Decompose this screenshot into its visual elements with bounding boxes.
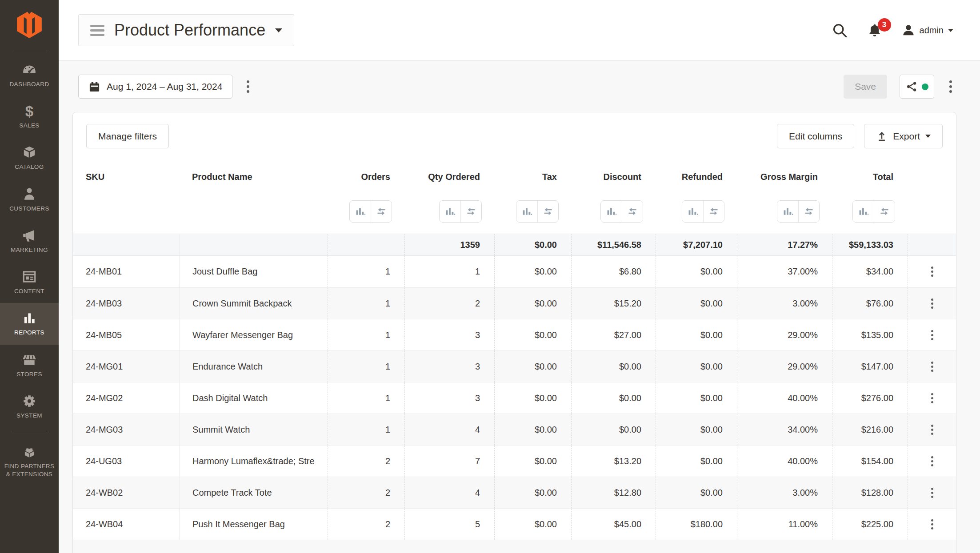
cell-gross-margin: 3.00% <box>737 288 832 319</box>
sidebar-item-sales[interactable]: $ SALES <box>0 96 59 137</box>
date-range-button[interactable]: Aug 1, 2024 – Aug 31, 2024 <box>78 75 232 99</box>
report-options-kebab-icon[interactable] <box>945 76 956 97</box>
compare-arrows-icon[interactable] <box>703 201 724 222</box>
cell-refunded: $0.00 <box>656 382 737 414</box>
cell-sku: 24-WB02 <box>73 477 179 508</box>
cell-qty: 7 <box>404 446 494 477</box>
cell-discount: $12.80 <box>571 477 656 508</box>
cell-qty: 1 <box>404 256 494 287</box>
sidebar-item-label: DASHBOARD <box>9 80 49 88</box>
export-button[interactable]: Export <box>864 124 943 148</box>
table-row: 24-MB01 Joust Duffle Bag 1 1 $0.00 $6.80… <box>73 256 956 287</box>
sidebar-item-label: MARKETING <box>11 246 48 254</box>
chart-view-toggle-icon[interactable] <box>516 201 537 222</box>
search-button[interactable] <box>832 22 848 38</box>
chart-view-toggle-icon[interactable] <box>601 201 622 222</box>
table-row-partial <box>73 540 956 553</box>
column-header-discount[interactable]: Discount <box>571 164 656 189</box>
row-actions-kebab-icon[interactable] <box>928 516 937 533</box>
manage-filters-button[interactable]: Manage filters <box>86 124 169 148</box>
cell-gross-margin: 37.00% <box>737 256 832 287</box>
cell-orders: 1 <box>328 414 404 445</box>
total-total: $59,133.03 <box>832 234 908 255</box>
row-actions-kebab-icon[interactable] <box>928 421 937 438</box>
chart-view-toggle-icon[interactable] <box>853 201 874 222</box>
row-actions-kebab-icon[interactable] <box>928 390 937 407</box>
cell-sku: 24-UG03 <box>73 446 179 477</box>
filter-cell-gross-margin <box>737 189 832 234</box>
cell-gross-margin: 11.00% <box>737 509 832 540</box>
compare-arrows-icon[interactable] <box>371 201 392 222</box>
page-header: Product Performance 3 <box>59 0 980 61</box>
compare-arrows-icon[interactable] <box>460 201 481 222</box>
cell-gross-margin: 29.00% <box>737 319 832 350</box>
compare-arrows-icon[interactable] <box>537 201 558 222</box>
cell-orders: 1 <box>328 382 404 414</box>
sidebar-item-find-partners[interactable]: FIND PARTNERS & EXTENSIONS <box>0 437 59 486</box>
cell-discount: $0.00 <box>571 414 656 445</box>
share-button[interactable] <box>900 75 934 99</box>
row-actions-kebab-icon[interactable] <box>928 263 937 280</box>
sidebar-item-dashboard[interactable]: DASHBOARD <box>0 55 59 96</box>
sidebar-divider <box>12 50 47 50</box>
column-header-sku[interactable]: SKU <box>73 164 179 189</box>
cell-orders: 2 <box>328 446 404 477</box>
admin-sidebar: DASHBOARD $ SALES CATALOG CUSTOMERS <box>0 0 59 553</box>
date-options-kebab-icon[interactable] <box>242 76 254 97</box>
share-icon <box>906 80 918 93</box>
row-actions-kebab-icon[interactable] <box>928 326 937 344</box>
cell-discount: $6.80 <box>571 256 656 287</box>
row-actions-kebab-icon[interactable] <box>928 295 937 312</box>
sidebar-item-catalog[interactable]: CATALOG <box>0 137 59 179</box>
notifications-button[interactable]: 3 <box>867 23 882 38</box>
report-switcher[interactable]: Product Performance <box>78 14 294 46</box>
save-button[interactable]: Save <box>844 75 887 99</box>
chart-view-toggle-icon[interactable] <box>777 201 798 222</box>
column-header-product-name[interactable]: Product Name <box>179 164 328 189</box>
sidebar-item-customers[interactable]: CUSTOMERS <box>0 179 59 220</box>
chart-view-toggle-icon[interactable] <box>682 201 703 222</box>
cell-orders: 1 <box>328 256 404 287</box>
row-actions-kebab-icon[interactable] <box>928 453 937 470</box>
magento-logo[interactable] <box>0 0 59 47</box>
cell-product-name: Endurance Watch <box>179 351 328 382</box>
column-header-orders[interactable]: Orders <box>328 164 404 189</box>
chart-view-toggle-icon[interactable] <box>440 201 460 222</box>
cell-product-name: Wayfarer Messenger Bag <box>179 319 328 350</box>
cell-tax: $0.00 <box>494 382 571 414</box>
sidebar-item-stores[interactable]: STORES <box>0 345 59 386</box>
cell-tax: $0.00 <box>494 288 571 319</box>
edit-columns-button[interactable]: Edit columns <box>777 124 854 148</box>
cell-orders: 2 <box>328 477 404 508</box>
chevron-down-icon <box>925 135 931 138</box>
sidebar-item-reports[interactable]: REPORTS <box>0 303 59 344</box>
customers-person-icon <box>22 187 37 202</box>
sales-dollar-icon: $ <box>22 103 37 119</box>
cell-product-name: Harmony Lumaflex&trade; Stre <box>179 446 328 477</box>
sidebar-item-marketing[interactable]: MARKETING <box>0 220 59 262</box>
table-row: 24-MB05 Wayfarer Messenger Bag 1 3 $0.00… <box>73 319 956 350</box>
compare-arrows-icon[interactable] <box>622 201 643 222</box>
row-actions-kebab-icon[interactable] <box>928 358 937 375</box>
column-header-refunded[interactable]: Refunded <box>656 164 737 189</box>
row-actions-kebab-icon[interactable] <box>928 484 937 501</box>
sidebar-item-label: CUSTOMERS <box>9 205 49 213</box>
filter-cell-tax <box>494 189 571 234</box>
menu-icon <box>90 25 104 36</box>
chart-view-toggle-icon[interactable] <box>350 201 371 222</box>
sidebar-item-content[interactable]: CONTENT <box>0 262 59 303</box>
column-header-tax[interactable]: Tax <box>494 164 571 189</box>
cell-tax: $0.00 <box>494 414 571 445</box>
sidebar-item-system[interactable]: SYSTEM <box>0 386 59 427</box>
column-header-qty-ordered[interactable]: Qty Ordered <box>404 164 494 189</box>
column-header-gross-margin[interactable]: Gross Margin <box>737 164 832 189</box>
admin-user-menu[interactable]: admin <box>902 24 953 37</box>
compare-arrows-icon[interactable] <box>798 201 819 222</box>
column-header-total[interactable]: Total <box>832 164 908 189</box>
sidebar-item-label: CONTENT <box>14 287 44 295</box>
cell-sku: 24-WB04 <box>73 509 179 540</box>
cell-qty: 3 <box>404 319 494 350</box>
cell-discount: $27.00 <box>571 319 656 350</box>
compare-arrows-icon[interactable] <box>874 201 895 222</box>
cell-discount: $45.00 <box>571 509 656 540</box>
